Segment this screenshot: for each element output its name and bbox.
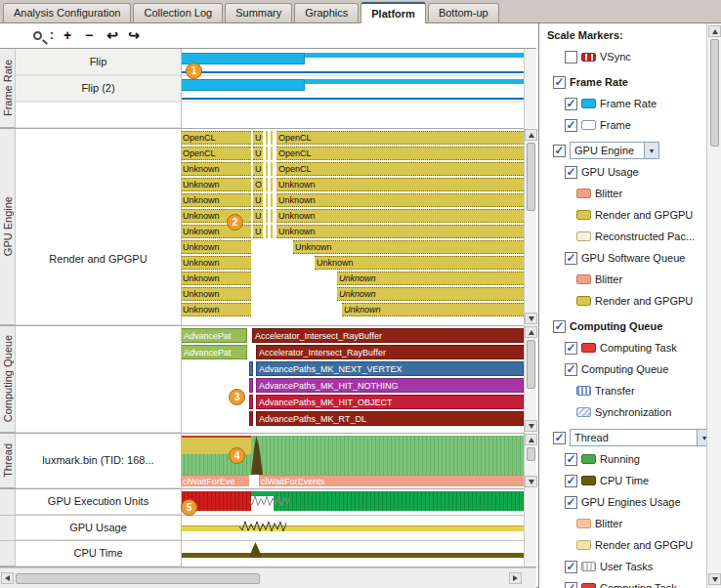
gpu-engine-sliver[interactable] (271, 193, 273, 207)
gpu-engine-sliver[interactable] (266, 178, 268, 191)
computing-queue-bar[interactable] (249, 361, 253, 376)
row-label-flip[interactable]: Flip (16, 49, 181, 75)
gpu-engine-bar[interactable]: Unknown (181, 287, 251, 301)
gpu-usage-band[interactable] (181, 525, 524, 531)
gpu-engine-bar[interactable]: Unknown (181, 193, 251, 207)
computing-queue-bar[interactable]: Accelerator_Intersect_RayBuffer (252, 328, 524, 343)
computing-queue-bar[interactable]: AdvancePat (181, 345, 247, 359)
gpu-engine-sliver[interactable] (271, 147, 273, 160)
gpu-engine-sliver[interactable] (271, 178, 273, 191)
frame-rate-bar-thin[interactable] (305, 79, 524, 84)
frame-rate-bar-thin[interactable] (305, 53, 524, 58)
gpu-engine-sliver[interactable] (266, 225, 268, 238)
zoom-in-button[interactable]: + (59, 27, 76, 45)
gpu-engine-sliver[interactable] (266, 131, 268, 145)
checkbox-frame-rate[interactable]: ✓ (565, 98, 577, 110)
gpu-engine-bar-small[interactable]: U (253, 131, 263, 145)
computing-queue-bar[interactable]: AdvancePaths_MK_HIT_NOTHING (256, 378, 524, 393)
gpu-engine-bar[interactable]: Unknown (181, 178, 251, 191)
gpu-engine-sliver[interactable] (266, 193, 268, 207)
checkbox-frame-rate[interactable]: ✓ (553, 76, 566, 89)
gpu-engine-sliver[interactable] (266, 147, 268, 160)
gpu-engine-bar[interactable]: OpenCL (181, 147, 251, 160)
gpu-engine-sliver[interactable] (271, 131, 273, 145)
computing-queue-bar[interactable]: Accelerator_Intersect_RayBuffer (256, 345, 524, 359)
frame-rate-bar-flip[interactable] (181, 53, 305, 64)
hscroll-thumb[interactable] (16, 573, 260, 584)
zoom-selector-icon[interactable] (33, 31, 42, 40)
thread-wait-bar[interactable]: clWaitForEve (181, 475, 249, 486)
hscroll-right-button[interactable] (509, 572, 522, 584)
row-label-render-and-gpgpu[interactable]: Render and GPGPU (16, 128, 181, 325)
gpu-engine-bar[interactable]: Unknown (181, 303, 251, 316)
checkbox-running[interactable]: ✓ (565, 453, 577, 466)
chevron-down-icon[interactable]: ▾ (644, 143, 658, 158)
checkbox-vsync[interactable] (565, 51, 577, 63)
sidebar-scroll-thumb[interactable] (710, 39, 719, 147)
gpu-engine-bar[interactable]: Unknown (337, 287, 524, 301)
gpu-engine-bar[interactable]: Unknown (181, 162, 251, 176)
tab-summary[interactable]: Summary (225, 3, 292, 22)
checkbox-frame[interactable]: ✓ (565, 119, 577, 132)
gpu-engine-bar[interactable]: Unknown (276, 178, 524, 191)
row-label-cpu-time[interactable]: CPU Time (16, 540, 181, 567)
scroll-down-button[interactable] (525, 313, 537, 324)
computing-queue-bar[interactable]: AdvancePat (181, 328, 247, 343)
checkbox-gpu-software-queue[interactable]: ✓ (565, 252, 577, 265)
checkbox-computing-queue[interactable]: ✓ (565, 363, 577, 376)
scroll-up-button[interactable] (525, 129, 537, 141)
gpu-engine-bar-small[interactable]: U (253, 147, 263, 160)
checkbox-computing-task[interactable]: ✓ (565, 342, 577, 355)
cpu-time-band[interactable] (181, 553, 524, 558)
checkbox-user-tasks[interactable]: ✓ (565, 561, 577, 573)
gpu-engine-bar-small[interactable]: O (253, 178, 263, 191)
sidebar-scroll-down[interactable] (708, 573, 721, 585)
gpu-eu-busy-bar[interactable] (274, 491, 524, 511)
computing-queue-bar[interactable] (249, 395, 253, 409)
zoom-out-button[interactable]: − (80, 27, 98, 45)
computing-queue-bar[interactable]: AdvancePaths_MK_RT_DL (256, 411, 524, 426)
checkbox-cpu-time[interactable]: ✓ (565, 475, 577, 487)
gpu-engine-bar[interactable]: Unknown (276, 225, 524, 238)
gpu-engine-bar[interactable]: OpenCL (276, 162, 524, 176)
gpu-engine-sliver[interactable] (266, 209, 268, 223)
scroll-up-button[interactable] (525, 434, 537, 445)
gpu-engine-bar[interactable]: Unknown (181, 272, 251, 285)
gpu-engine-bar-small[interactable]: U (253, 225, 263, 238)
undo-zoom-button[interactable]: ↩ (104, 27, 121, 45)
dropdown-thread[interactable]: Thread▾ (570, 429, 706, 446)
scroll-thumb[interactable] (527, 143, 535, 211)
tab-platform[interactable]: Platform (360, 2, 426, 23)
hscroll-left-button[interactable] (1, 572, 14, 584)
dropdown-gpu-engine[interactable]: GPU Engine▾ (570, 142, 659, 159)
gpu-engine-bar-small[interactable]: U (253, 209, 263, 223)
computing-queue-bar[interactable] (249, 411, 253, 426)
row-label-gpu-execution-units[interactable]: GPU Execution Units (16, 488, 181, 515)
gpu-engine-bar[interactable]: Unknown (342, 303, 524, 316)
gpu-engine-bar[interactable]: OpenCL (276, 131, 524, 145)
checkbox-gpu-engines-usage[interactable]: ✓ (565, 496, 577, 509)
gpu-engine-bar[interactable]: OpenCL (276, 147, 524, 160)
frame-marker-line[interactable] (181, 98, 524, 100)
frame-marker-line[interactable] (181, 71, 524, 73)
thread-wait-bar[interactable]: clWaitForEvents (259, 475, 524, 486)
gpu-engine-bar[interactable]: Unknown (337, 272, 524, 285)
scroll-thumb[interactable] (527, 447, 535, 461)
tab-collection-log[interactable]: Collection Log (133, 3, 223, 22)
gpu-engine-bar[interactable]: OpenCL (181, 131, 251, 145)
timeline-chart[interactable]: OpenCLUOpenCLOpenCLUOpenCLUnknownUOpenCL… (181, 0, 524, 567)
horizontal-scrollbar[interactable] (0, 567, 536, 588)
row-label-flip-2[interactable]: Flip (2) (16, 75, 181, 102)
gpu-engine-sliver[interactable] (266, 162, 268, 176)
gpu-engine-bar-small[interactable]: U (253, 193, 263, 207)
tab-analysis-configuration[interactable]: Analysis Configuration (3, 3, 131, 22)
tab-bottom-up[interactable]: Bottom-up (428, 3, 499, 22)
checkbox-computing-queue[interactable]: ✓ (553, 320, 566, 333)
checkbox-gpu-engine[interactable]: ✓ (553, 145, 566, 157)
gpu-engine-sliver[interactable] (271, 225, 273, 238)
sidebar-scroll-up[interactable] (708, 25, 721, 37)
sidebar-scrollbar[interactable] (706, 23, 721, 588)
computing-queue-bar[interactable]: AdvancePaths_MK_HIT_OBJECT (256, 395, 524, 409)
checkbox-thread[interactable]: ✓ (553, 432, 566, 444)
frame-rate-bar-flip-2[interactable] (181, 79, 305, 91)
